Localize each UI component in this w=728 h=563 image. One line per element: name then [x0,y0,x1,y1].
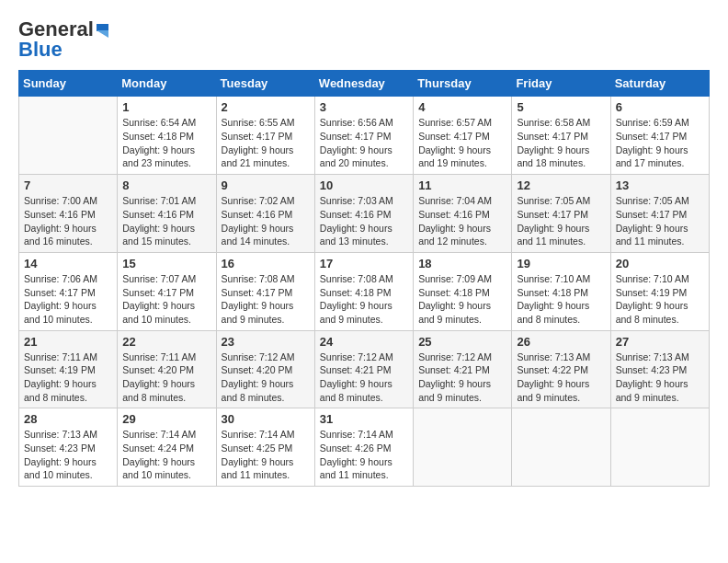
calendar-cell: 12Sunrise: 7:05 AM Sunset: 4:17 PM Dayli… [512,175,610,253]
day-number: 28 [24,412,112,426]
calendar-cell: 9Sunrise: 7:02 AM Sunset: 4:16 PM Daylig… [216,175,314,253]
day-number: 13 [616,178,704,192]
day-number: 23 [222,335,310,349]
calendar-cell: 22Sunrise: 7:11 AM Sunset: 4:20 PM Dayli… [118,330,216,408]
day-number: 24 [320,335,408,349]
calendar-header-tuesday: Tuesday [216,71,314,97]
day-info: Sunrise: 7:06 AM Sunset: 4:17 PM Dayligh… [24,272,112,327]
day-number: 19 [517,257,605,270]
day-info: Sunrise: 6:54 AM Sunset: 4:18 PM Dayligh… [122,116,210,170]
calendar-cell: 25Sunrise: 7:12 AM Sunset: 4:21 PM Dayli… [414,330,512,408]
day-info: Sunrise: 7:00 AM Sunset: 4:16 PM Dayligh… [24,194,112,248]
day-info: Sunrise: 7:12 AM Sunset: 4:21 PM Dayligh… [320,350,408,405]
day-number: 5 [517,100,605,114]
day-number: 16 [222,257,310,270]
day-info: Sunrise: 7:14 AM Sunset: 4:24 PM Dayligh… [122,428,210,482]
day-info: Sunrise: 7:11 AM Sunset: 4:20 PM Dayligh… [122,350,210,405]
day-info: Sunrise: 6:58 AM Sunset: 4:17 PM Dayligh… [517,116,605,170]
day-info: Sunrise: 7:11 AM Sunset: 4:19 PM Dayligh… [24,350,112,405]
calendar-cell [610,408,709,487]
day-number: 6 [616,100,704,114]
day-info: Sunrise: 7:01 AM Sunset: 4:16 PM Dayligh… [122,194,210,248]
day-number: 15 [122,257,210,270]
calendar-cell: 23Sunrise: 7:12 AM Sunset: 4:20 PM Dayli… [216,330,314,408]
calendar-cell: 2Sunrise: 6:55 AM Sunset: 4:17 PM Daylig… [216,97,314,175]
calendar-cell: 8Sunrise: 7:01 AM Sunset: 4:16 PM Daylig… [118,175,216,253]
calendar-header-saturday: Saturday [610,71,709,97]
day-info: Sunrise: 7:05 AM Sunset: 4:17 PM Dayligh… [517,194,605,248]
calendar-cell: 11Sunrise: 7:04 AM Sunset: 4:16 PM Dayli… [414,175,512,253]
calendar-cell: 29Sunrise: 7:14 AM Sunset: 4:24 PM Dayli… [118,408,216,487]
day-info: Sunrise: 7:12 AM Sunset: 4:20 PM Dayligh… [222,350,310,405]
day-info: Sunrise: 7:10 AM Sunset: 4:19 PM Dayligh… [616,272,704,327]
day-number: 8 [122,178,210,192]
day-info: Sunrise: 7:09 AM Sunset: 4:18 PM Dayligh… [418,272,506,327]
calendar-cell: 17Sunrise: 7:08 AM Sunset: 4:18 PM Dayli… [314,252,413,330]
day-number: 12 [517,178,605,192]
calendar-cell: 16Sunrise: 7:08 AM Sunset: 4:17 PM Dayli… [216,252,314,330]
calendar-header-wednesday: Wednesday [314,71,413,97]
day-number: 10 [320,178,408,192]
day-info: Sunrise: 7:13 AM Sunset: 4:23 PM Dayligh… [616,350,704,405]
calendar-week-row: 1Sunrise: 6:54 AM Sunset: 4:18 PM Daylig… [19,97,710,175]
day-number: 3 [320,100,408,114]
calendar-table: SundayMondayTuesdayWednesdayThursdayFrid… [18,70,710,487]
calendar-cell [19,97,118,175]
calendar-cell: 4Sunrise: 6:57 AM Sunset: 4:17 PM Daylig… [414,97,512,175]
logo: General Blue [18,18,108,61]
day-number: 27 [616,335,704,349]
calendar-cell [414,408,512,487]
day-number: 26 [517,335,605,349]
day-number: 25 [418,335,506,349]
calendar-cell: 31Sunrise: 7:14 AM Sunset: 4:26 PM Dayli… [314,408,413,487]
day-number: 2 [222,100,310,114]
calendar-cell: 10Sunrise: 7:03 AM Sunset: 4:16 PM Dayli… [314,175,413,253]
day-info: Sunrise: 6:55 AM Sunset: 4:17 PM Dayligh… [222,116,310,170]
day-number: 4 [418,100,506,114]
day-info: Sunrise: 7:13 AM Sunset: 4:23 PM Dayligh… [24,428,112,482]
calendar-cell: 30Sunrise: 7:14 AM Sunset: 4:25 PM Dayli… [216,408,314,487]
calendar-cell: 19Sunrise: 7:10 AM Sunset: 4:18 PM Dayli… [512,252,610,330]
calendar-header-sunday: Sunday [19,71,118,97]
calendar-cell: 24Sunrise: 7:12 AM Sunset: 4:21 PM Dayli… [314,330,413,408]
calendar-cell: 5Sunrise: 6:58 AM Sunset: 4:17 PM Daylig… [512,97,610,175]
calendar-cell: 21Sunrise: 7:11 AM Sunset: 4:19 PM Dayli… [19,330,118,408]
day-info: Sunrise: 7:12 AM Sunset: 4:21 PM Dayligh… [418,350,506,405]
day-info: Sunrise: 7:02 AM Sunset: 4:16 PM Dayligh… [222,194,310,248]
day-number: 17 [320,257,408,270]
calendar-cell: 26Sunrise: 7:13 AM Sunset: 4:22 PM Dayli… [512,330,610,408]
page-header: General Blue [18,18,710,61]
day-number: 18 [418,257,506,270]
calendar-cell: 18Sunrise: 7:09 AM Sunset: 4:18 PM Dayli… [414,252,512,330]
calendar-cell: 28Sunrise: 7:13 AM Sunset: 4:23 PM Dayli… [19,408,118,487]
day-number: 9 [222,178,310,192]
calendar-header-monday: Monday [118,71,216,97]
calendar-cell: 14Sunrise: 7:06 AM Sunset: 4:17 PM Dayli… [19,252,118,330]
day-number: 7 [24,178,112,192]
day-number: 20 [616,257,704,270]
calendar-header-friday: Friday [512,71,610,97]
calendar-week-row: 14Sunrise: 7:06 AM Sunset: 4:17 PM Dayli… [19,252,710,330]
calendar-cell: 6Sunrise: 6:59 AM Sunset: 4:17 PM Daylig… [610,97,709,175]
day-number: 11 [418,178,506,192]
calendar-week-row: 21Sunrise: 7:11 AM Sunset: 4:19 PM Dayli… [19,330,710,408]
day-info: Sunrise: 7:10 AM Sunset: 4:18 PM Dayligh… [517,272,605,327]
calendar-week-row: 7Sunrise: 7:00 AM Sunset: 4:16 PM Daylig… [19,175,710,253]
day-number: 14 [24,257,112,270]
calendar-cell: 20Sunrise: 7:10 AM Sunset: 4:19 PM Dayli… [610,252,709,330]
day-info: Sunrise: 7:05 AM Sunset: 4:17 PM Dayligh… [616,194,704,248]
day-number: 21 [24,335,112,349]
day-info: Sunrise: 7:08 AM Sunset: 4:17 PM Dayligh… [222,272,310,327]
day-number: 1 [122,100,210,114]
calendar-week-row: 28Sunrise: 7:13 AM Sunset: 4:23 PM Dayli… [19,408,710,487]
calendar-cell: 7Sunrise: 7:00 AM Sunset: 4:16 PM Daylig… [19,175,118,253]
day-info: Sunrise: 7:14 AM Sunset: 4:26 PM Dayligh… [320,428,408,482]
day-info: Sunrise: 7:14 AM Sunset: 4:25 PM Dayligh… [222,428,310,482]
day-number: 22 [122,335,210,349]
day-info: Sunrise: 6:59 AM Sunset: 4:17 PM Dayligh… [616,116,704,170]
calendar-header-thursday: Thursday [414,71,512,97]
calendar-cell: 1Sunrise: 6:54 AM Sunset: 4:18 PM Daylig… [118,97,216,175]
calendar-header-row: SundayMondayTuesdayWednesdayThursdayFrid… [19,71,710,97]
day-info: Sunrise: 7:03 AM Sunset: 4:16 PM Dayligh… [320,194,408,248]
day-number: 30 [222,412,310,426]
